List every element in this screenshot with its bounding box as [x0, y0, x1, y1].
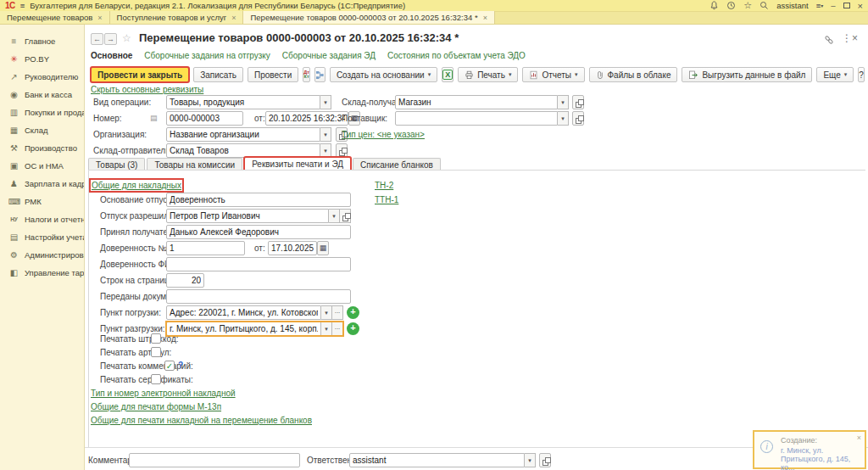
export-data-button[interactable]: Выгрузить данные в файл — [682, 67, 812, 82]
print-article-checkbox[interactable] — [151, 347, 161, 357]
main-menu-icon[interactable]: ≡ — [20, 1, 25, 10]
received-by-input[interactable] — [166, 225, 351, 239]
loading-point-input[interactable] — [166, 305, 321, 320]
documents-transferred-input[interactable] — [166, 289, 351, 304]
warehouse-to-input[interactable] — [395, 95, 558, 109]
number-input[interactable] — [166, 111, 243, 126]
sidebar-item-administration[interactable]: ⚙Администрирование — [0, 246, 84, 264]
dropdown-icon[interactable]: ▾ — [320, 95, 331, 109]
poa-date-input[interactable] — [268, 241, 317, 255]
power-of-attorney-number-input[interactable] — [166, 241, 245, 255]
excel-button[interactable]: X — [442, 67, 453, 82]
dropdown-icon[interactable]: ▾ — [321, 305, 332, 320]
blank-movement-waybill-link[interactable]: Общие для печати накладной на перемещени… — [91, 416, 312, 425]
favorite-star-icon[interactable]: ☆ — [122, 32, 131, 44]
dropdown-icon[interactable]: ▾ — [320, 127, 331, 142]
sidebar-item-ro-by[interactable]: ✳PO.BY — [0, 50, 84, 68]
open-responsible-icon[interactable] — [539, 453, 551, 467]
create-based-on-button[interactable]: Создать на основании▾ — [330, 67, 437, 82]
sidebar-item-main[interactable]: ≡Главное — [0, 32, 84, 50]
ttn1-link[interactable]: ТТН-1 — [375, 195, 398, 204]
document-structure-button[interactable] — [314, 67, 326, 82]
sidebar-item-tariff[interactable]: ◧Управление тарифом — [0, 264, 84, 282]
dt-kt-button[interactable]: ДтКт — [303, 67, 310, 82]
more-menu-icon[interactable]: ⋮ — [842, 32, 852, 44]
help-button[interactable]: ? — [858, 67, 865, 82]
app-tab-1[interactable]: Перемещение товаров × — [0, 11, 110, 24]
more-button[interactable]: Еще▾ — [816, 67, 854, 82]
print-barcode-checkbox[interactable] — [151, 333, 161, 344]
history-back-button[interactable]: ← — [91, 33, 103, 45]
print-button[interactable]: Печать▾ — [458, 67, 518, 82]
supplier-input[interactable] — [395, 111, 558, 126]
post-button[interactable]: Провести — [248, 67, 298, 82]
poa-name-input[interactable] — [166, 257, 351, 271]
sidebar-item-production[interactable]: ⚒Производство — [0, 139, 84, 157]
save-button[interactable]: Записать — [193, 67, 243, 82]
print-comment-checkbox[interactable]: ✓ — [164, 361, 175, 371]
electronic-waybill-link[interactable]: Тип и номер электронной накладной — [91, 389, 236, 398]
tab-close-icon[interactable]: × — [97, 14, 102, 22]
app-tab-3-active[interactable]: Перемещение товаров 0000-000003 от 20.10… — [243, 11, 494, 24]
help-question-icon[interactable]: ? — [178, 361, 183, 370]
nav-assembly-ed[interactable]: Сборочные задания ЭД — [282, 51, 376, 60]
choose-ellipsis-icon[interactable]: ... — [332, 305, 343, 320]
sidebar-item-fixed-assets[interactable]: ▣ОС и НМА — [0, 157, 84, 175]
dropdown-icon[interactable]: ▾ — [321, 322, 332, 336]
get-link-icon[interactable] — [824, 35, 834, 45]
tn2-link[interactable]: ТН-2 — [375, 181, 393, 190]
open-warehouse-to-icon[interactable] — [572, 95, 584, 109]
sidebar-item-manager[interactable]: ↗Руководителю — [0, 68, 84, 86]
add-loading-point-button[interactable]: + — [347, 306, 359, 319]
service-menu-icon[interactable]: ≡▾ — [816, 1, 824, 10]
tab-close-icon[interactable]: × — [483, 14, 487, 22]
rows-per-page-input[interactable] — [166, 273, 204, 288]
current-user[interactable]: assistant — [776, 1, 809, 10]
app-tab-2[interactable]: Поступление товаров и услуг × — [110, 11, 244, 24]
add-unloading-point-button[interactable]: + — [347, 322, 359, 335]
common-for-waybills-link[interactable]: Общие для накладных — [92, 181, 181, 190]
sidebar-item-purchases-sales[interactable]: ▥Покупки и продажи — [0, 104, 84, 121]
history-icon[interactable] — [726, 1, 736, 10]
notification-link-line2[interactable]: Притыцкого, д. 145, ко... — [781, 455, 865, 470]
release-basis-input[interactable] — [166, 193, 351, 207]
responsible-input[interactable] — [349, 453, 525, 467]
calendar-icon[interactable]: ▦ — [317, 241, 329, 255]
notifications-bell-icon[interactable] — [709, 1, 719, 10]
tab-close-icon[interactable]: × — [231, 14, 236, 22]
nav-assembly-shipment[interactable]: Сборочные задания на отгрузку — [144, 51, 270, 60]
warehouse-from-input[interactable] — [166, 143, 320, 158]
notification-close-icon[interactable]: × — [857, 434, 861, 442]
open-person-icon[interactable] — [340, 209, 351, 223]
unloading-point-input[interactable] — [166, 322, 321, 336]
tab-goods-commission[interactable]: Товары на комиссии — [147, 158, 242, 171]
nav-edo-states[interactable]: Состояния по объектам учета ЭДО — [387, 51, 526, 60]
comment-input[interactable] — [129, 453, 300, 467]
post-and-close-button[interactable]: Провести и закрыть — [91, 67, 189, 82]
sidebar-item-accounting-settings[interactable]: ▤Настройки учета — [0, 228, 84, 246]
dropdown-icon[interactable]: ▾ — [558, 111, 569, 126]
release-allowed-input[interactable] — [166, 209, 329, 223]
minimize-button[interactable]: – — [831, 1, 835, 10]
open-warehouse-from-icon[interactable] — [336, 143, 348, 158]
sidebar-item-warehouse[interactable]: ▦Склад — [0, 121, 84, 139]
sidebar-item-bank-cash[interactable]: ◉Банк и касса — [0, 86, 84, 104]
price-type-link[interactable]: Тип цен: <не указан> — [342, 130, 425, 139]
favorites-star-icon[interactable]: ☆ — [743, 0, 752, 11]
dropdown-icon[interactable]: ▾ — [320, 143, 331, 158]
open-supplier-icon[interactable] — [572, 111, 584, 126]
notification-link-line1[interactable]: г. Минск, ул. — [781, 446, 823, 455]
m13p-form-link[interactable]: Общие для печати формы М-13п — [91, 402, 221, 411]
sidebar-item-rmk[interactable]: ⌨РМК — [0, 193, 84, 210]
choose-ellipsis-icon[interactable]: ... — [332, 322, 343, 336]
maximize-button[interactable] — [843, 3, 850, 8]
organization-input[interactable] — [166, 127, 320, 142]
dropdown-icon[interactable]: ▾ — [525, 453, 536, 467]
cloud-files-button[interactable]: Файлы в облаке — [589, 67, 678, 82]
close-window-button[interactable]: × — [858, 1, 863, 11]
date-input[interactable] — [265, 111, 348, 126]
nav-main[interactable]: Основное — [91, 51, 132, 60]
hide-main-requisites-link[interactable]: Скрыть основные реквизиты — [91, 85, 203, 94]
search-icon[interactable] — [760, 1, 769, 10]
print-certificates-checkbox[interactable] — [151, 374, 161, 384]
